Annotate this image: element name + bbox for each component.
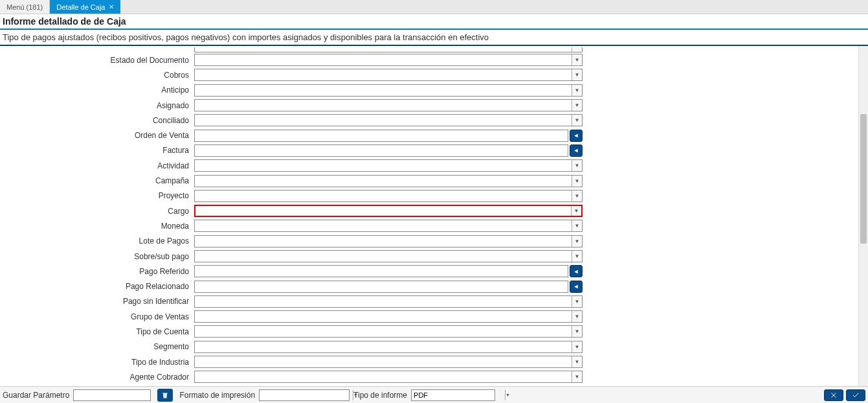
chevron-down-icon[interactable]: ▼ — [572, 311, 582, 322]
chevron-down-icon[interactable]: ▼ — [572, 341, 582, 352]
combo-segmento[interactable]: ▼ — [194, 341, 583, 353]
scroll-thumb[interactable] — [860, 114, 867, 244]
combo-tipo-cuenta[interactable]: ▼ — [194, 325, 583, 338]
chevron-down-icon[interactable]: ▼ — [572, 371, 582, 382]
lookup-button-pago-referido[interactable]: ◄ — [570, 265, 583, 277]
input-conciliado[interactable] — [195, 115, 572, 126]
combo-orden-venta[interactable] — [194, 130, 568, 142]
input-guardar-parametro[interactable] — [74, 390, 167, 400]
input-formato-impresion[interactable] — [260, 390, 353, 400]
label-tipo-cuenta: Tipo de Cuenta — [0, 327, 194, 336]
combo-anticipo[interactable]: ▼ — [194, 84, 583, 97]
chevron-down-icon[interactable]: ▼ — [571, 206, 581, 216]
combo-tipo-informe[interactable]: ▼ — [411, 389, 495, 401]
form-row-actividad: Actividad ▼ — [0, 158, 858, 173]
combo-sobre-sub[interactable]: ▼ — [194, 250, 583, 262]
label-pago-sin-ident: Pago sin Identificar — [0, 297, 194, 306]
form-row-conciliado: Conciliado ▼ — [0, 113, 858, 128]
combo-campana[interactable]: ▼ — [194, 175, 583, 187]
input-pago-referido[interactable] — [195, 266, 568, 277]
chevron-down-icon[interactable]: ▼ — [572, 190, 582, 202]
input-grupo-ventas[interactable] — [195, 311, 572, 322]
combo-factura[interactable] — [194, 144, 568, 157]
form-row-anticipo: Anticipo ▼ — [0, 83, 858, 98]
combo-proyecto[interactable]: ▼ — [194, 190, 583, 202]
page-subtitle: Tipo de pagos ajustados (recibos positiv… — [3, 32, 865, 42]
combo-pago-relacionado[interactable] — [194, 281, 568, 293]
cancel-button[interactable] — [824, 389, 843, 401]
combo-tipo-industria[interactable]: ▼ — [194, 356, 583, 368]
chevron-down-icon[interactable]: ▼ — [572, 160, 582, 171]
input-anticipo[interactable] — [195, 85, 572, 96]
combo-formato-impresion[interactable]: ▼ — [259, 389, 350, 401]
form-row-proyecto: Proyecto ▼ — [0, 189, 858, 203]
delete-button[interactable] — [157, 389, 173, 402]
close-icon[interactable]: ✕ — [109, 3, 114, 10]
input-agente-cobrador[interactable] — [195, 371, 572, 382]
input-cobros[interactable] — [195, 69, 572, 80]
input-pago-sin-ident[interactable] — [195, 296, 572, 307]
lookup-button-orden-venta[interactable]: ◄ — [570, 130, 583, 142]
input-pago-relacionado[interactable] — [195, 281, 568, 292]
combo-conciliado[interactable]: ▼ — [194, 114, 583, 126]
label-tipo-industria: Tipo de Industria — [0, 358, 194, 367]
chevron-down-icon[interactable]: ▼ — [572, 356, 582, 367]
combo-moneda[interactable]: ▼ — [194, 220, 583, 232]
input-campana[interactable] — [195, 176, 572, 187]
form-row-campana: Campaña ▼ — [0, 173, 858, 188]
label-lote-pagos: Lote de Pagos — [0, 236, 194, 246]
chevron-down-icon[interactable]: ▼ — [572, 85, 582, 96]
chevron-down-icon[interactable]: ▼ — [572, 176, 582, 187]
chevron-down-icon[interactable]: ▼ — [572, 100, 582, 111]
combo-grupo-ventas[interactable]: ▼ — [194, 310, 583, 323]
combo-lote-pagos[interactable]: ▼ — [194, 235, 583, 248]
label-proyecto: Proyecto — [0, 191, 194, 200]
label-pago-relacionado: Pago Relacionado — [0, 282, 194, 291]
combo-agente-cobrador[interactable]: ▼ — [194, 371, 583, 383]
input-segmento[interactable] — [195, 341, 572, 352]
chevron-down-icon[interactable]: ▼ — [572, 115, 582, 126]
chevron-down-icon[interactable]: ▼ — [505, 390, 510, 400]
form-row-cut — [0, 47, 858, 52]
input-moneda[interactable] — [195, 220, 572, 231]
input-tipo-cuenta[interactable] — [195, 326, 572, 337]
confirm-button[interactable] — [846, 389, 865, 401]
input-tipo-informe[interactable] — [412, 390, 505, 400]
combo-asignado[interactable]: ▼ — [194, 99, 583, 111]
input-orden-venta[interactable] — [195, 130, 568, 141]
lookup-button-pago-relacionado[interactable]: ◄ — [570, 281, 583, 293]
label-segmento: Segmento — [0, 342, 194, 351]
input-lote-pagos[interactable] — [195, 236, 572, 247]
combo-pago-sin-ident[interactable]: ▼ — [194, 295, 583, 308]
chevron-down-icon[interactable]: ▼ — [572, 296, 582, 307]
combo-cargo[interactable]: ▼ — [194, 205, 583, 217]
label-cobros: Cobros — [0, 71, 194, 80]
tab-menu[interactable]: Menú (181) — [0, 0, 50, 14]
input-factura[interactable] — [195, 145, 568, 156]
form-row-asignado: Asignado ▼ — [0, 98, 858, 113]
vertical-scrollbar[interactable] — [858, 46, 868, 386]
chevron-down-icon[interactable]: ▼ — [572, 69, 582, 80]
input-cargo[interactable] — [195, 206, 571, 216]
input-actividad[interactable] — [195, 160, 572, 171]
label-grupo-ventas: Grupo de Ventas — [0, 312, 194, 321]
input-tipo-industria[interactable] — [195, 356, 572, 367]
input-estado-documento[interactable] — [195, 54, 572, 65]
tab-detalle-caja[interactable]: Detalle de Caja ✕ — [50, 0, 120, 14]
combo-cobros[interactable]: ▼ — [194, 69, 583, 81]
combo-pago-referido[interactable] — [194, 265, 568, 277]
input-sobre-sub[interactable] — [195, 251, 572, 262]
combo-guardar-parametro[interactable]: ▼ — [73, 389, 151, 401]
chevron-down-icon[interactable]: ▼ — [572, 220, 582, 231]
tab-menu-label: Menú (181) — [6, 3, 43, 11]
chevron-down-icon[interactable]: ▼ — [572, 236, 582, 247]
chevron-down-icon[interactable]: ▼ — [572, 251, 582, 262]
input-proyecto[interactable] — [195, 190, 572, 202]
input-asignado[interactable] — [195, 100, 572, 111]
chevron-down-icon[interactable]: ▼ — [572, 326, 582, 337]
combo-actividad[interactable]: ▼ — [194, 159, 583, 172]
label-formato-impresion: Formato de impresión — [179, 391, 255, 400]
combo-estado-documento[interactable]: ▼ — [194, 54, 583, 66]
chevron-down-icon[interactable]: ▼ — [572, 54, 582, 65]
lookup-button-factura[interactable]: ◄ — [570, 144, 583, 157]
